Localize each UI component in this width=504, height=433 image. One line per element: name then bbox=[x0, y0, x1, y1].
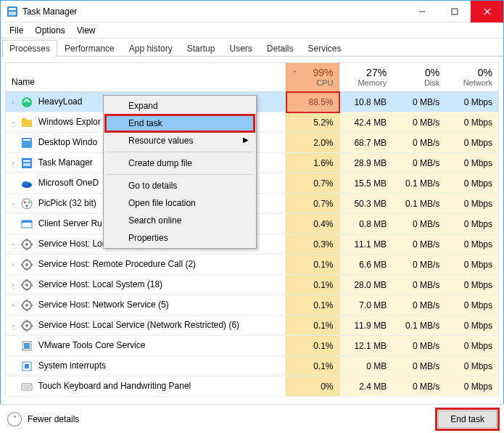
svg-point-17 bbox=[22, 199, 32, 209]
svg-rect-2 bbox=[9, 12, 16, 15]
menu-options[interactable]: Options bbox=[29, 24, 70, 37]
end-task-button[interactable]: End task bbox=[438, 411, 497, 428]
memory-value: 28.9 MB bbox=[339, 153, 392, 173]
table-row[interactable]: Touch Keyboard and Handwriting Panel 0% … bbox=[6, 376, 499, 397]
close-button[interactable] bbox=[471, 1, 503, 22]
ctx-properties[interactable]: Properties bbox=[105, 229, 255, 247]
tab-performance[interactable]: Performance bbox=[57, 40, 122, 57]
column-network[interactable]: 0%Network bbox=[445, 63, 498, 92]
maximize-button[interactable] bbox=[438, 1, 471, 22]
column-memory[interactable]: 27%Memory bbox=[339, 63, 392, 92]
process-name: System interrupts bbox=[38, 360, 106, 371]
memory-value: 0 MB bbox=[339, 356, 392, 376]
ctx-expand[interactable]: Expand bbox=[105, 97, 255, 115]
disk-value: 0 MB/s bbox=[392, 376, 445, 397]
ctx-resource-values[interactable]: Resource values▶ bbox=[105, 132, 255, 149]
tab-startup[interactable]: Startup bbox=[180, 40, 223, 57]
expand-icon[interactable]: › bbox=[9, 302, 17, 309]
submenu-arrow-icon: ▶ bbox=[243, 136, 249, 144]
disk-value: 0 MB/s bbox=[392, 356, 445, 376]
expand-icon[interactable]: › bbox=[9, 241, 17, 248]
column-name[interactable]: Name bbox=[6, 63, 286, 92]
disk-value: 0 MB/s bbox=[392, 336, 445, 356]
disk-value: 0 MB/s bbox=[392, 92, 445, 112]
minimize-button[interactable] bbox=[405, 1, 438, 22]
process-icon bbox=[21, 117, 33, 128]
svg-rect-1 bbox=[9, 8, 16, 10]
sort-indicator-icon: ⌄ bbox=[292, 67, 298, 74]
network-value: 0 Mbps bbox=[445, 316, 498, 336]
memory-value: 11.9 MB bbox=[339, 316, 392, 336]
ctx-end-task[interactable]: End task bbox=[105, 115, 255, 132]
memory-value: 2.4 MB bbox=[339, 376, 392, 397]
network-value: 0 Mbps bbox=[445, 336, 498, 356]
table-row[interactable]: › Service Host: Remote Procedure Call (2… bbox=[6, 255, 499, 275]
disk-value: 0 MB/s bbox=[392, 133, 445, 153]
menu-view[interactable]: View bbox=[71, 24, 102, 37]
svg-rect-13 bbox=[23, 160, 30, 162]
memory-value: 11.1 MB bbox=[339, 234, 392, 255]
tab-users[interactable]: Users bbox=[222, 40, 259, 57]
svg-point-19 bbox=[28, 201, 30, 203]
process-name: Service Host: Local Service (Network Res… bbox=[38, 320, 239, 330]
process-name: PicPick (32 bit) bbox=[38, 198, 96, 208]
process-icon bbox=[21, 279, 33, 291]
memory-value: 7.0 MB bbox=[339, 295, 392, 316]
tab-app-history[interactable]: App history bbox=[122, 40, 180, 57]
tab-processes[interactable]: Processes bbox=[2, 40, 57, 57]
expand-icon[interactable]: › bbox=[9, 261, 17, 268]
column-disk[interactable]: 0%Disk bbox=[392, 63, 445, 92]
cpu-value: 0.1% bbox=[286, 356, 339, 376]
process-name: Task Manager bbox=[38, 157, 92, 168]
svg-rect-56 bbox=[25, 364, 29, 368]
expand-icon[interactable]: › bbox=[9, 281, 17, 289]
svg-point-48 bbox=[25, 324, 28, 327]
process-name: Client Server Ru bbox=[38, 218, 102, 228]
table-row[interactable]: VMware Tools Core Service 0.1% 12.1 MB 0… bbox=[6, 336, 499, 356]
svg-rect-22 bbox=[22, 220, 32, 223]
ctx-open-file-location[interactable]: Open file location bbox=[105, 194, 255, 212]
ctx-create-dump[interactable]: Create dump file bbox=[105, 154, 255, 172]
expand-icon[interactable]: › bbox=[9, 322, 17, 329]
ctx-go-to-details[interactable]: Go to details bbox=[105, 177, 255, 194]
network-value: 0 Mbps bbox=[445, 92, 498, 112]
tab-details[interactable]: Details bbox=[260, 40, 301, 57]
expand-icon[interactable]: › bbox=[9, 119, 17, 126]
fewer-details-button[interactable]: ˄ Fewer details bbox=[7, 412, 79, 426]
disk-value: 0.1 MB/s bbox=[392, 173, 445, 194]
expand-icon[interactable]: › bbox=[9, 200, 17, 207]
process-icon bbox=[21, 178, 33, 189]
svg-point-36 bbox=[25, 284, 28, 286]
memory-value: 10.8 MB bbox=[339, 92, 392, 112]
network-value: 0 Mbps bbox=[445, 356, 498, 376]
svg-point-30 bbox=[25, 263, 28, 266]
memory-value: 6.6 MB bbox=[339, 255, 392, 275]
table-row[interactable]: System interrupts 0.1% 0 MB 0 MB/s 0 Mbp… bbox=[6, 356, 499, 376]
footer: ˄ Fewer details End task bbox=[0, 404, 504, 433]
expand-icon[interactable]: › bbox=[9, 99, 17, 106]
titlebar: Task Manager bbox=[1, 1, 503, 22]
menu-file[interactable]: File bbox=[4, 24, 29, 37]
cpu-value: 2.0% bbox=[286, 133, 339, 153]
svg-rect-8 bbox=[22, 120, 32, 127]
table-row[interactable]: › Service Host: Local System (18) 0.1% 2… bbox=[6, 275, 499, 295]
process-name: Microsoft OneD bbox=[38, 178, 99, 188]
table-row[interactable]: › Service Host: Network Service (5) 0.1%… bbox=[6, 295, 499, 316]
process-icon bbox=[21, 300, 33, 311]
memory-value: 42.4 MB bbox=[339, 112, 392, 133]
network-value: 0 Mbps bbox=[445, 295, 498, 316]
tab-services[interactable]: Services bbox=[301, 40, 349, 57]
expand-icon[interactable]: › bbox=[9, 160, 17, 167]
ctx-search-online[interactable]: Search online bbox=[105, 212, 255, 229]
app-icon bbox=[7, 6, 18, 17]
memory-value: 50.3 MB bbox=[339, 194, 392, 214]
network-value: 0 Mbps bbox=[445, 194, 498, 214]
disk-value: 0.1 MB/s bbox=[392, 194, 445, 214]
column-cpu[interactable]: ⌄99%CPU bbox=[286, 63, 339, 92]
disk-value: 0 MB/s bbox=[392, 234, 445, 255]
table-row[interactable]: › Service Host: Local Service (Network R… bbox=[6, 316, 499, 336]
svg-rect-57 bbox=[22, 384, 32, 390]
network-value: 0 Mbps bbox=[445, 376, 498, 397]
disk-value: 0 MB/s bbox=[392, 295, 445, 316]
network-value: 0 Mbps bbox=[445, 173, 498, 194]
